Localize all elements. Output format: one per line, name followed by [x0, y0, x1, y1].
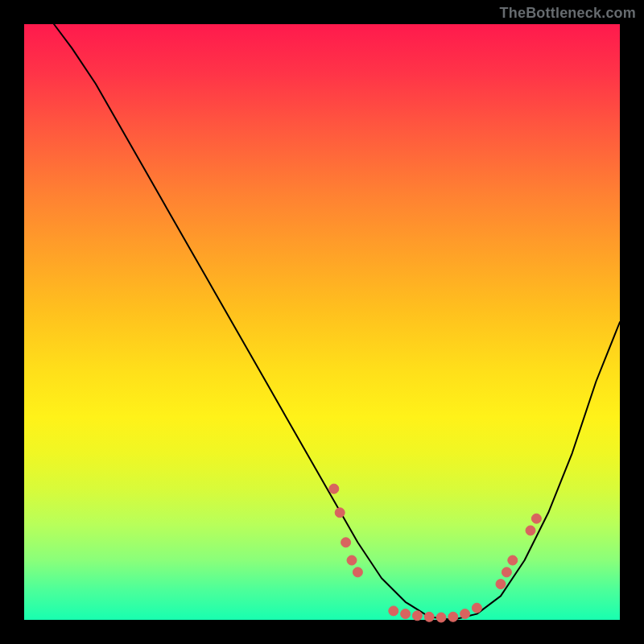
plot-area — [24, 24, 620, 620]
data-point — [436, 613, 446, 622]
data-point — [353, 568, 362, 577]
data-point — [526, 526, 535, 535]
data-point — [502, 568, 511, 577]
data-point — [531, 514, 541, 523]
data-point — [329, 484, 339, 493]
data-point — [335, 508, 345, 518]
data-point — [496, 580, 506, 589]
data-point — [401, 609, 411, 619]
data-points — [329, 484, 542, 622]
data-point — [347, 555, 357, 565]
data-point — [424, 612, 434, 621]
data-point — [389, 606, 398, 616]
data-point — [460, 609, 470, 619]
chart-container: TheBottleneck.com — [0, 0, 644, 644]
data-point — [508, 555, 518, 565]
data-point — [412, 611, 422, 621]
data-point — [341, 538, 351, 547]
attribution-text: TheBottleneck.com — [500, 5, 636, 22]
data-point — [472, 603, 481, 613]
chart-svg — [24, 24, 620, 620]
data-point — [448, 612, 458, 621]
